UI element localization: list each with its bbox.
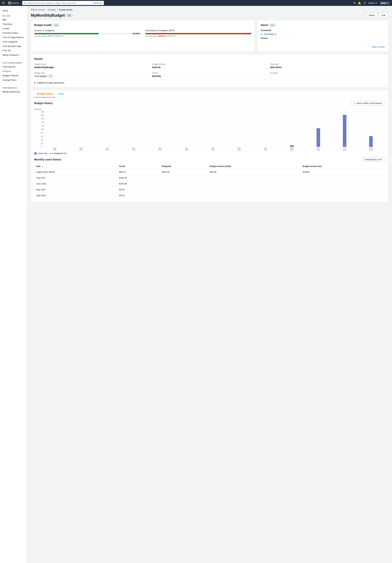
monthly-history-header: Monthly costs history Download as CSV: [34, 157, 385, 162]
sidebar-item-bills[interactable]: Bills: [0, 17, 27, 22]
current-progress-bg: [34, 33, 140, 34]
sidebar-item-budgets[interactable]: Budgets: [0, 69, 27, 73]
chart-bar-group: [305, 112, 331, 147]
sidebar-section-cost-mgmt: Cost Management: [0, 60, 27, 64]
monthly-costs-table: Date ▲ Actual Budgeted Budget variance (…: [34, 164, 385, 198]
current-progress-fill: [34, 33, 99, 34]
additional-params-toggle[interactable]: ▶ Additional budget parameters: [34, 81, 64, 84]
edit-button[interactable]: Edit: [379, 13, 388, 18]
chart-y-label: Cost ($): [34, 108, 385, 110]
tab-alerts[interactable]: Alerts: [56, 90, 67, 98]
forecasted-vs-budgeted: Forecasted vs budgeted (MTD) 143.31% Amo…: [145, 29, 251, 37]
forecasted-progress-bg: [145, 33, 251, 34]
help-icon[interactable]: ⓘ: [363, 1, 366, 5]
chevron-right-icon: ▶: [34, 82, 36, 84]
table-cell-budgeted: -: [160, 193, 208, 199]
chart-x-label: Jun2022: [305, 147, 331, 151]
sidebar-item-budgets-reports[interactable]: Budgets Reports: [0, 73, 27, 78]
table-cell-variance_pct: -: [301, 187, 385, 193]
monthly-costs-title: Monthly costs history: [34, 158, 61, 161]
health-alerts-row: Budget health Info Current vs. budgeted …: [31, 20, 388, 51]
sidebar-section-billing: Billing: [0, 13, 27, 17]
legend-budgeted-line: [50, 153, 53, 154]
chart-bar: [343, 115, 346, 147]
page-actions: Delete Edit: [366, 13, 388, 18]
sidebar-item-purchase-orders[interactable]: Purchase orders: [0, 31, 27, 35]
sidebar-item-cost-explorer[interactable]: Cost Explorer: [0, 64, 27, 69]
breadcrumb-billing-console[interactable]: Billing Console: [31, 9, 45, 11]
mail-icon[interactable]: ✉: [354, 1, 355, 5]
chart-x-label: Jan2022: [174, 147, 199, 151]
sidebar-item-billing-preferences[interactable]: Billing preferences: [0, 90, 27, 94]
chart-bar-group: [331, 112, 357, 147]
alert-triangle-icon: ▲: [261, 33, 263, 35]
chart-legend: Actual cost Budgeted cost: [34, 152, 385, 154]
search-bar[interactable]: 🔍 [Option+S]: [22, 1, 104, 5]
col-actual: Actual: [117, 164, 160, 169]
download-csv-button[interactable]: Download as CSV: [362, 157, 385, 162]
chart-x-label: Aug2022: [358, 147, 384, 151]
actions-section: Actions -: [261, 37, 385, 43]
table-row: June 2022$105.90---: [34, 181, 385, 187]
view-all-alerts-link[interactable]: View all alerts: [261, 46, 385, 48]
chart-x-label: May2022: [279, 147, 305, 151]
col-budgeted: Budgeted: [160, 164, 208, 169]
sidebar-item-cost-usage-reports[interactable]: Cost & Usage Reports: [0, 35, 27, 39]
page-info-badge[interactable]: Info: [66, 14, 72, 17]
alerts-info-badge[interactable]: Info: [269, 24, 276, 26]
col-variance-usd: Budget variance (USD): [208, 164, 301, 169]
table-cell-date: August 2022 (MTD): [34, 169, 117, 175]
breadcrumb-budgets[interactable]: Budgets: [48, 9, 56, 11]
sidebar-item-cost-categories[interactable]: Cost Categories: [0, 39, 27, 44]
budget-health-info-badge[interactable]: Info: [53, 24, 59, 26]
tab-budget-history[interactable]: Budget history: [34, 90, 56, 98]
search-icon: 🔍: [24, 2, 26, 4]
tabs-header: Budget history Alerts: [31, 90, 388, 98]
table-cell-date: April 2022: [34, 193, 117, 199]
exceeded-link[interactable]: Exceeded (1): [264, 33, 277, 35]
external-link-icon-2: ↗: [17, 79, 18, 81]
budget-health-card: Budget health Info Current vs. budgeted …: [31, 20, 255, 51]
budget-history-chart: Cost ($) 200 180: [34, 108, 385, 154]
thresholds-section: Thresholds ▲ Exceeded (1): [261, 29, 385, 35]
page-title-row: MyMonthlyBudget Info Delete Edit: [31, 13, 388, 18]
sidebar-item-credits[interactable]: Credits: [0, 26, 27, 31]
services-button[interactable]: Services: [7, 1, 21, 5]
region-selector[interactable]: Global ▼: [368, 2, 377, 4]
delete-button[interactable]: Delete: [366, 13, 378, 18]
sidebar-item-cost-allocation-tags[interactable]: Cost allocation tags: [0, 44, 27, 48]
chart-bar-group: [147, 112, 173, 147]
grid-icon: [8, 2, 11, 4]
table-cell-variance_pct: -: [301, 175, 385, 181]
chart-x-label: Sep2021: [68, 147, 94, 151]
sort-icon[interactable]: ▲: [42, 166, 43, 167]
table-cell-variance_usd: -: [208, 187, 301, 193]
sidebar-item-billing-conductor[interactable]: Billing Conductor ↗: [0, 53, 27, 57]
table-cell-actual: $60.92: [117, 169, 160, 175]
col-variance-pct: Budget variance (%): [301, 164, 385, 169]
view-cost-explorer-button[interactable]: ↗ View in AWS Cost Explorer: [351, 101, 385, 105]
budget-type-info-badge[interactable]: Info: [48, 75, 54, 77]
main-content: Billing Console > Budgets > Budget detai…: [27, 6, 392, 563]
table-cell-variance_usd: $39.09: [208, 169, 301, 175]
search-shortcut: [Option+S]: [93, 2, 102, 4]
sidebar-item-free-tier[interactable]: Free Tier: [0, 48, 27, 53]
detail-start-date: Start date 2022-08-01: [270, 63, 385, 69]
table-cell-budgeted: -: [160, 181, 208, 187]
chart-x-label: Dec2021: [147, 147, 173, 151]
alerts-card-title: Alerts Info: [261, 24, 385, 27]
account-selector[interactable]: ■■■■ ▼: [379, 1, 390, 5]
bell-icon[interactable]: 🔔: [358, 1, 361, 5]
forecasted-progress-fill: [145, 33, 251, 34]
chart-x-label: Jul2022: [331, 147, 357, 151]
chart-container: 200 180 160: [34, 112, 385, 151]
table-cell-variance_pct: -: [301, 181, 385, 187]
detail-budget-type: Budget type Cost budget Info: [34, 72, 149, 77]
table-cell-variance_pct: 39.09%: [301, 169, 385, 175]
nav-right: ✉ 🔔 ⓘ Global ▼ ■■■■ ▼: [354, 1, 390, 5]
sidebar-item-savings-plans[interactable]: Savings Plans ↗: [0, 78, 27, 82]
search-input[interactable]: [27, 2, 92, 4]
table-row: July 2022$182.28---: [34, 175, 385, 181]
sidebar-item-home[interactable]: Home: [0, 9, 27, 13]
sidebar-item-payments[interactable]: Payments: [0, 22, 27, 26]
